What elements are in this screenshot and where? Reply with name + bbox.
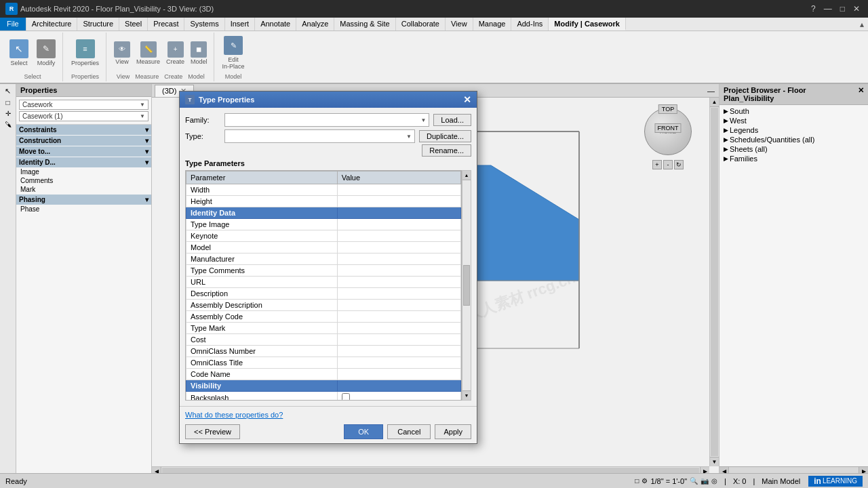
tab-addins[interactable]: Add-Ins xyxy=(511,18,549,30)
vscroll-thumb[interactable] xyxy=(711,108,718,456)
maximize-btn[interactable]: □ xyxy=(837,4,848,14)
dialog-scroll-down[interactable]: ▼ xyxy=(462,390,471,400)
vscroll-up[interactable]: ▲ xyxy=(710,98,719,107)
edit-in-place-btn[interactable]: ✎ EditIn-Place xyxy=(220,33,248,73)
apply-btn[interactable]: Apply xyxy=(435,424,471,439)
param-row[interactable]: Identity Data xyxy=(186,207,461,219)
nav-top-label[interactable]: TOP xyxy=(658,104,677,114)
tab-view[interactable]: View xyxy=(446,18,473,30)
close-btn[interactable]: ✕ xyxy=(850,4,863,14)
tab-structure[interactable]: Structure xyxy=(77,18,119,30)
status-icon-5[interactable]: ◎ xyxy=(711,477,717,485)
param-row[interactable]: Width xyxy=(186,184,461,196)
view-btn[interactable]: 👁 View xyxy=(112,39,132,67)
duplicate-btn[interactable]: Duplicate... xyxy=(419,130,471,142)
measure-btn[interactable]: 📏 Measure xyxy=(134,39,162,67)
status-icon-3[interactable]: 🔍 xyxy=(690,477,698,485)
tab-precast[interactable]: Precast xyxy=(148,18,184,30)
dialog-close-icon[interactable]: ✕ xyxy=(463,94,471,105)
tool-select[interactable]: □ xyxy=(1,98,14,108)
rename-btn[interactable]: Rename... xyxy=(422,144,471,157)
dialog-vscroll[interactable]: ▲ ▼ xyxy=(462,170,471,401)
tree-west[interactable]: ▶ West xyxy=(721,116,867,125)
param-category-phasing[interactable]: Phasing▾ xyxy=(16,195,151,205)
tool-paint[interactable]: 🖌 xyxy=(1,119,14,129)
tree-south[interactable]: ▶ South xyxy=(721,106,867,116)
ribbon-collapse-btn[interactable]: ▴ xyxy=(856,18,868,30)
properties-panel: Properties Casework ▼ Casework (1) ▼ Con… xyxy=(16,84,152,476)
param-row[interactable]: Type Image xyxy=(186,219,461,230)
view-group: 👁 View 📏 Measure + Create ◼ Model View xyxy=(108,33,214,81)
param-row[interactable]: Height xyxy=(186,196,461,207)
vscroll-down[interactable]: ▼ xyxy=(710,457,719,466)
param-row[interactable]: Assembly Code xyxy=(186,311,461,323)
preview-btn[interactable]: << Preview xyxy=(185,424,240,439)
tree-families[interactable]: ▶ Families xyxy=(721,154,867,163)
param-row[interactable]: Type Mark xyxy=(186,323,461,334)
param-row[interactable]: OmniClass Number xyxy=(186,346,461,357)
status-icon-1[interactable]: □ xyxy=(635,477,639,485)
param-category-identity[interactable]: Identity D...▾ xyxy=(16,157,151,167)
param-category-moveto[interactable]: Move to...▾ xyxy=(16,146,151,157)
param-row[interactable]: URL xyxy=(186,277,461,288)
tab-massing[interactable]: Massing & Site xyxy=(334,18,395,30)
tab-architecture[interactable]: Architecture xyxy=(26,18,78,30)
properties-btn[interactable]: ≡ Properties xyxy=(68,37,102,69)
tab-steel[interactable]: Steel xyxy=(119,18,148,30)
help-btn[interactable]: ? xyxy=(808,4,818,14)
tab-analyze[interactable]: Analyze xyxy=(296,18,334,30)
viewport-vscroll[interactable]: ▲ ▼ xyxy=(709,98,719,466)
type-params-label: Type Parameters xyxy=(185,159,471,167)
param-row[interactable]: Description xyxy=(186,288,461,300)
nav-zoom-out[interactable]: - xyxy=(663,160,673,169)
properties-panel-header: Properties xyxy=(16,84,151,97)
param-row[interactable]: Assembly Description xyxy=(186,300,461,311)
nav-zoom-in[interactable]: + xyxy=(652,160,662,169)
tool-move[interactable]: ✛ xyxy=(1,108,14,119)
param-table-scroll[interactable]: Parameter Value WidthHeightIdentity Data… xyxy=(185,170,462,401)
viewport-min-btn[interactable]: — xyxy=(703,87,719,95)
modify-btn[interactable]: ✎ Modify xyxy=(34,37,58,69)
tab-collaborate[interactable]: Collaborate xyxy=(396,18,446,30)
status-icon-2[interactable]: ⚙ xyxy=(642,477,648,485)
nav-orbit[interactable]: ↻ xyxy=(674,160,684,169)
tab-annotate[interactable]: Annotate xyxy=(255,18,296,30)
param-row[interactable]: Visibility xyxy=(186,380,461,392)
app-logo: R xyxy=(5,3,18,15)
param-row[interactable]: Cost xyxy=(186,334,461,346)
minimize-btn[interactable]: — xyxy=(821,4,835,14)
model-btn[interactable]: ◼ Model xyxy=(189,39,210,67)
param-row[interactable]: Manufacturer xyxy=(186,253,461,265)
tree-sheets[interactable]: ▶ Sheets (all) xyxy=(721,144,867,154)
nav-front-label[interactable]: FRONT xyxy=(655,123,682,133)
tab-insert[interactable]: Insert xyxy=(225,18,256,30)
ribbon-toolbar: ↖ Select ✎ Modify Select ≡ Properties Pr… xyxy=(0,31,868,84)
param-row[interactable]: Code Name xyxy=(186,369,461,380)
dialog-scroll-thumb[interactable] xyxy=(463,265,470,306)
param-row[interactable]: Keynote xyxy=(186,230,461,242)
ok-btn[interactable]: OK xyxy=(344,424,383,439)
param-row[interactable]: OmniClass Title xyxy=(186,357,461,369)
param-category-construction[interactable]: Construction▾ xyxy=(16,136,151,146)
help-link[interactable]: What do these properties do? xyxy=(185,411,471,419)
tab-file[interactable]: File xyxy=(0,18,26,30)
tab-systems[interactable]: Systems xyxy=(184,18,224,30)
tree-schedules[interactable]: ▶ Schedules/Quantities (all) xyxy=(721,135,867,144)
param-row[interactable]: Type Comments xyxy=(186,265,461,277)
dialog-scroll-up[interactable]: ▲ xyxy=(462,171,471,180)
tab-manage[interactable]: Manage xyxy=(473,18,512,30)
status-icon-4[interactable]: 📷 xyxy=(701,477,709,485)
tool-arrow[interactable]: ↖ xyxy=(1,85,14,97)
type-instance-selector[interactable]: Casework (1) ▼ xyxy=(19,111,149,121)
param-category-constraints[interactable]: Constraints▾ xyxy=(16,125,151,135)
project-browser-close[interactable]: ✕ xyxy=(858,86,864,102)
tab-modify-casework[interactable]: Modify | Casework xyxy=(549,18,626,30)
create-btn[interactable]: + Create xyxy=(164,39,186,67)
param-row[interactable]: Model xyxy=(186,242,461,253)
cancel-btn[interactable]: Cancel xyxy=(387,424,431,439)
tree-legends[interactable]: ▶ Legends xyxy=(721,125,867,135)
param-row[interactable]: Backsplash xyxy=(186,392,461,401)
load-btn[interactable]: Load... xyxy=(433,114,471,126)
family-type-selector[interactable]: Casework ▼ xyxy=(19,100,149,110)
select-btn[interactable]: ↖ Select xyxy=(7,37,31,69)
